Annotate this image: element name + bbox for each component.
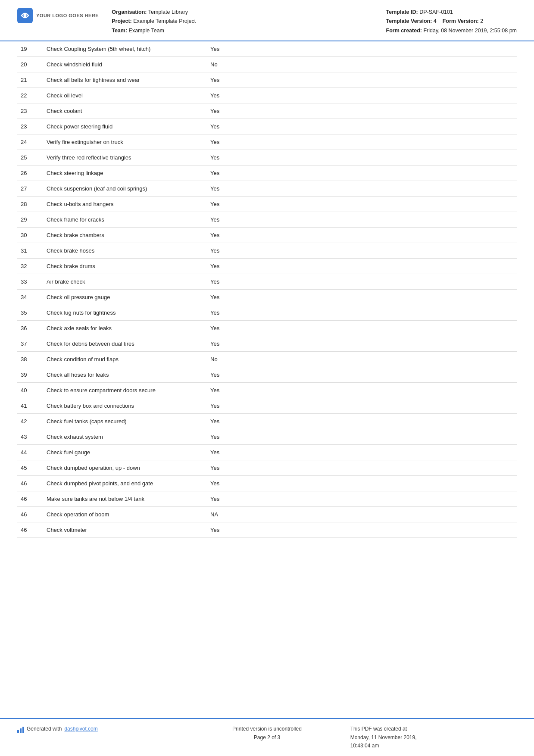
row-number: 26 bbox=[17, 165, 43, 181]
table-area: 19Check Coupling System (5th wheel, hitc… bbox=[0, 41, 534, 719]
bar1 bbox=[17, 730, 19, 733]
footer-right-line1: This PDF was created at bbox=[350, 725, 517, 733]
checklist-table: 19Check Coupling System (5th wheel, hitc… bbox=[17, 41, 517, 538]
org-line: Organisation: Template Library bbox=[112, 8, 373, 17]
footer-right: This PDF was created at Monday, 11 Novem… bbox=[350, 725, 517, 750]
row-number: 20 bbox=[17, 56, 43, 72]
row-value: Yes bbox=[207, 212, 517, 227]
footer-center-line1: Printed version is uncontrolled bbox=[184, 725, 350, 733]
table-row: 19Check Coupling System (5th wheel, hitc… bbox=[17, 41, 517, 57]
table-row: 21Check all belts for tightness and wear… bbox=[17, 72, 517, 87]
row-value: NA bbox=[207, 506, 517, 522]
row-description: Check power steering fluid bbox=[43, 119, 207, 134]
team-value: Example Team bbox=[129, 28, 164, 34]
footer-logo-area: Generated with dashpivot.com bbox=[17, 725, 184, 733]
table-row: 31Check brake hosesYes bbox=[17, 243, 517, 258]
row-description: Check suspension (leaf and coil springs) bbox=[43, 181, 207, 196]
row-value: Yes bbox=[207, 491, 517, 506]
row-number: 29 bbox=[17, 212, 43, 227]
row-value: Yes bbox=[207, 320, 517, 336]
row-description: Check for debris between dual tires bbox=[43, 336, 207, 351]
row-description: Check dumpbed operation, up - down bbox=[43, 460, 207, 475]
form-version-label: Form Version: bbox=[443, 18, 479, 24]
row-description: Check Coupling System (5th wheel, hitch) bbox=[43, 41, 207, 57]
row-number: 46 bbox=[17, 475, 43, 491]
version-line: Template Version: 4 Form Version: 2 bbox=[386, 17, 517, 26]
row-value: Yes bbox=[207, 134, 517, 150]
row-number: 25 bbox=[17, 150, 43, 165]
generated-label: Generated with bbox=[27, 725, 62, 733]
row-description: Check u-bolts and hangers bbox=[43, 196, 207, 212]
row-number: 40 bbox=[17, 382, 43, 398]
header-meta: Organisation: Template Library Project: … bbox=[112, 8, 373, 35]
row-value: Yes bbox=[207, 398, 517, 413]
row-value: Yes bbox=[207, 444, 517, 460]
row-number: 21 bbox=[17, 72, 43, 87]
row-value: Yes bbox=[207, 258, 517, 274]
table-row: 40Check to ensure compartment doors secu… bbox=[17, 382, 517, 398]
bar2 bbox=[20, 728, 22, 733]
row-number: 27 bbox=[17, 181, 43, 196]
row-description: Check brake chambers bbox=[43, 227, 207, 243]
row-number: 39 bbox=[17, 367, 43, 382]
logo-area: YOUR LOGO GOES HERE bbox=[17, 8, 99, 23]
row-value: Yes bbox=[207, 41, 517, 57]
row-description: Check all hoses for leaks bbox=[43, 367, 207, 382]
row-description: Check lug nuts for tightness bbox=[43, 305, 207, 320]
table-row: 37Check for debris between dual tiresYes bbox=[17, 336, 517, 351]
row-number: 23 bbox=[17, 119, 43, 134]
row-description: Check steering linkage bbox=[43, 165, 207, 181]
row-value: Yes bbox=[207, 367, 517, 382]
row-number: 34 bbox=[17, 289, 43, 305]
table-row: 25Verify three red reflective trianglesY… bbox=[17, 150, 517, 165]
row-description: Check axle seals for leaks bbox=[43, 320, 207, 336]
table-row: 23Check power steering fluidYes bbox=[17, 119, 517, 134]
row-value: Yes bbox=[207, 119, 517, 134]
row-value: Yes bbox=[207, 103, 517, 119]
row-description: Check exhaust system bbox=[43, 429, 207, 444]
row-value: Yes bbox=[207, 72, 517, 87]
bar3 bbox=[22, 727, 24, 733]
row-value: Yes bbox=[207, 460, 517, 475]
row-value: Yes bbox=[207, 196, 517, 212]
row-number: 33 bbox=[17, 274, 43, 289]
row-description: Check oil level bbox=[43, 87, 207, 103]
logo-icon bbox=[17, 8, 33, 23]
svg-point-1 bbox=[24, 14, 27, 17]
table-row: 36Check axle seals for leaksYes bbox=[17, 320, 517, 336]
row-number: 28 bbox=[17, 196, 43, 212]
row-number: 37 bbox=[17, 336, 43, 351]
row-value: Yes bbox=[207, 87, 517, 103]
table-row: 32Check brake drumsYes bbox=[17, 258, 517, 274]
header-right: Template ID: DP-SAF-0101 Template Versio… bbox=[386, 8, 517, 35]
table-row: 41Check battery box and connectionsYes bbox=[17, 398, 517, 413]
row-number: 24 bbox=[17, 134, 43, 150]
row-value: Yes bbox=[207, 522, 517, 537]
table-row: 23Check coolantYes bbox=[17, 103, 517, 119]
row-value: Yes bbox=[207, 475, 517, 491]
project-line: Project: Example Template Project bbox=[112, 17, 373, 26]
row-number: 31 bbox=[17, 243, 43, 258]
table-row: 43Check exhaust systemYes bbox=[17, 429, 517, 444]
logo-text: YOUR LOGO GOES HERE bbox=[36, 13, 99, 18]
row-description: Check dumpbed pivot points, and end gate bbox=[43, 475, 207, 491]
row-description: Check voltmeter bbox=[43, 522, 207, 537]
form-created-value: Friday, 08 November 2019, 2:55:08 pm bbox=[423, 28, 517, 34]
footer-right-line2: Monday, 11 November 2019, bbox=[350, 734, 517, 742]
table-row: 39Check all hoses for leaksYes bbox=[17, 367, 517, 382]
header: YOUR LOGO GOES HERE Organisation: Templa… bbox=[0, 0, 534, 41]
table-row: 26Check steering linkageYes bbox=[17, 165, 517, 181]
page: YOUR LOGO GOES HERE Organisation: Templa… bbox=[0, 0, 534, 756]
row-number: 43 bbox=[17, 429, 43, 444]
row-value: Yes bbox=[207, 274, 517, 289]
template-version-label: Template Version: bbox=[386, 18, 432, 24]
row-description: Check frame for cracks bbox=[43, 212, 207, 227]
table-row: 28Check u-bolts and hangersYes bbox=[17, 196, 517, 212]
row-value: Yes bbox=[207, 336, 517, 351]
row-description: Verify three red reflective triangles bbox=[43, 150, 207, 165]
table-row: 45Check dumpbed operation, up - downYes bbox=[17, 460, 517, 475]
dashpivot-link[interactable]: dashpivot.com bbox=[64, 725, 97, 733]
footer-center-line2: Page 2 of 3 bbox=[184, 734, 350, 742]
org-value-text: Template Library bbox=[148, 9, 188, 15]
row-description: Check to ensure compartment doors secure bbox=[43, 382, 207, 398]
